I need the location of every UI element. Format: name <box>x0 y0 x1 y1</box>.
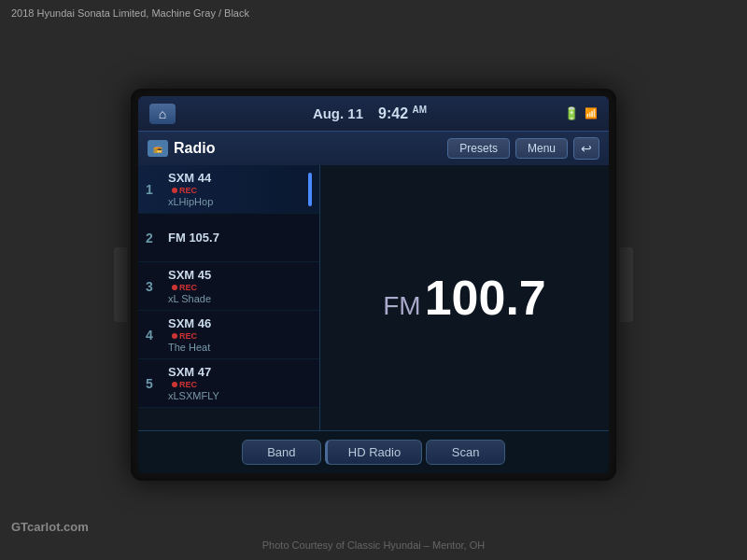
preset-sub: xLSXMFLY <box>168 390 312 401</box>
status-icons: 🔋 📶 <box>564 106 598 120</box>
radio-title: 📻 Radio <box>148 140 215 157</box>
preset-info: SXM 44REC xLHipHop <box>168 171 304 206</box>
status-bar: ⌂ Aug. 11 9:42 AM 🔋 📶 <box>138 96 609 132</box>
preset-item-3[interactable]: 3 SXM 45REC xL Shade <box>138 262 319 311</box>
gtcarlot-badge: GTcarlot.com <box>11 520 89 534</box>
nav-bar: 📻 Radio Presets Menu ↩ <box>138 132 609 165</box>
right-bezel <box>620 247 633 322</box>
preset-name: FM 105.7 <box>168 231 312 245</box>
section-title: Radio <box>174 140 215 157</box>
radio-icon: 📻 <box>148 140 168 157</box>
preset-item-5[interactable]: 5 SXM 47REC xLSXMFLY <box>138 359 319 408</box>
bottom-btn-band[interactable]: Band <box>242 440 321 465</box>
frequency-display: 100.7 <box>425 273 546 322</box>
photo-credit: Photo Courtesy of Classic Hyundai – Ment… <box>262 539 485 551</box>
menu-button[interactable]: Menu <box>515 138 568 159</box>
rec-text: REC <box>179 380 197 390</box>
rec-badge: REC <box>172 283 312 293</box>
bottom-btn-hd-radio[interactable]: HD Radio <box>325 440 422 465</box>
preset-item-4[interactable]: 4 SXM 46REC The Heat <box>138 311 319 359</box>
preset-name: SXM 44REC <box>168 171 304 195</box>
band-label: FM <box>383 291 420 321</box>
battery-icon: 🔋 <box>564 106 579 120</box>
infotainment-screen: ⌂ Aug. 11 9:42 AM 🔋 📶 � <box>138 96 609 473</box>
preset-name: SXM 45REC <box>168 268 312 292</box>
preset-number: 1 <box>146 182 162 197</box>
rec-text: REC <box>179 186 197 196</box>
preset-name: SXM 47REC <box>168 365 312 389</box>
preset-sub: xL Shade <box>168 293 312 304</box>
preset-sub: The Heat <box>168 342 312 353</box>
preset-number: 4 <box>146 328 162 343</box>
preset-number: 3 <box>146 279 162 294</box>
preset-sub: xLHipHop <box>168 196 304 207</box>
back-icon: ↩ <box>581 141 592 156</box>
rec-dot <box>172 382 177 387</box>
preset-info: SXM 45REC xL Shade <box>168 268 312 303</box>
outer-frame: 2018 Hyundai Sonata Limited, Machine Gra… <box>0 0 747 560</box>
rec-dot <box>172 333 177 339</box>
date-display: Aug. 11 <box>313 105 363 121</box>
presets-list: 1 SXM 44REC xLHipHop 2 FM 105.7 3 SXM 45… <box>138 165 320 430</box>
home-button[interactable]: ⌂ <box>149 104 176 124</box>
preset-item-1[interactable]: 1 SXM 44REC xLHipHop <box>138 165 319 214</box>
preset-number: 5 <box>146 376 162 391</box>
main-content: 1 SXM 44REC xLHipHop 2 FM 105.7 3 SXM 45… <box>138 165 609 430</box>
active-bar <box>308 173 312 206</box>
signal-icon: 📶 <box>585 107 598 119</box>
nav-buttons: Presets Menu ↩ <box>447 137 599 160</box>
car-info: 2018 Hyundai Sonata Limited, Machine Gra… <box>11 7 249 19</box>
home-icon: ⌂ <box>159 106 166 121</box>
rec-dot <box>172 188 177 193</box>
preset-name: SXM 46REC <box>168 316 312 341</box>
rec-dot <box>172 285 177 290</box>
rec-badge: REC <box>172 186 304 196</box>
preset-info: FM 105.7 <box>168 231 312 245</box>
fm-display: FM 100.7 <box>383 273 546 322</box>
am-pm: AM <box>413 105 428 115</box>
rec-badge: REC <box>172 331 312 342</box>
preset-info: SXM 46REC The Heat <box>168 316 312 352</box>
back-button[interactable]: ↩ <box>573 137 599 160</box>
rec-badge: REC <box>172 380 312 390</box>
screen-wrapper: ⌂ Aug. 11 9:42 AM 🔋 📶 � <box>131 89 616 481</box>
time-display: 9:42 AM <box>378 105 427 122</box>
bottom-btn-scan[interactable]: Scan <box>426 440 505 465</box>
left-bezel <box>114 247 127 322</box>
rec-text: REC <box>179 331 197 342</box>
now-playing: FM 100.7 <box>320 165 609 430</box>
preset-number: 2 <box>146 231 162 245</box>
date-time: Aug. 11 9:42 AM <box>313 105 427 122</box>
bottom-bar: BandHD RadioScan <box>138 430 609 473</box>
rec-text: REC <box>179 283 197 293</box>
presets-button[interactable]: Presets <box>447 138 510 159</box>
preset-item-2[interactable]: 2 FM 105.7 <box>138 214 319 262</box>
preset-info: SXM 47REC xLSXMFLY <box>168 365 312 400</box>
